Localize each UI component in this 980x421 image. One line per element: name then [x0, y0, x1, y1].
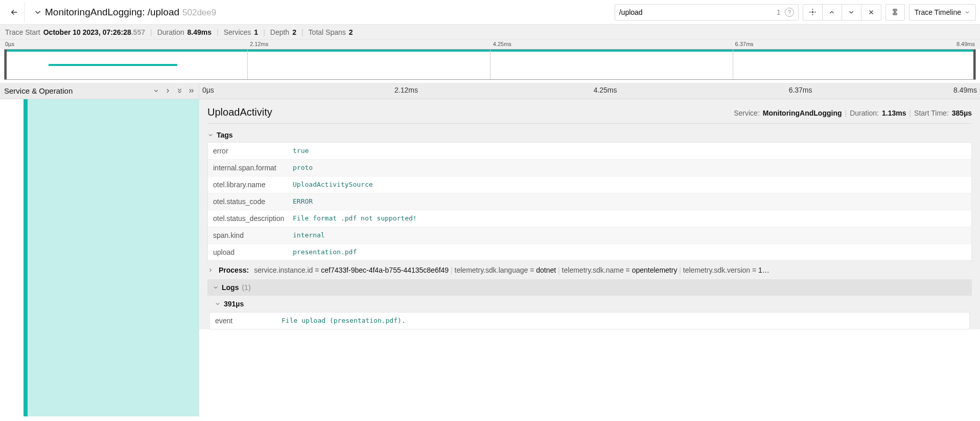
process-kv: telemetry.sdk.language = dotnet [455, 266, 556, 274]
log-value: File upload (presentation.pdf). [282, 317, 406, 325]
trace-id-short: 502dee9 [182, 8, 216, 18]
tags-table: errortrueinternal.span.formatprotootel.l… [207, 142, 972, 261]
svg-point-0 [812, 11, 813, 13]
process-kv: telemetry.sdk.name = opentelemetry [562, 266, 678, 274]
double-chevron-down-icon [176, 87, 183, 94]
chevron-down-icon [153, 87, 159, 94]
collapse-toggle[interactable] [31, 8, 45, 17]
search-input[interactable] [619, 8, 752, 16]
expand-all-button[interactable] [188, 87, 195, 94]
tag-row[interactable]: otel.status_codeERROR [208, 193, 971, 210]
search-count: 1 [777, 8, 781, 16]
back-button[interactable] [4, 2, 25, 23]
arrow-left-icon [10, 8, 19, 17]
crosshair-icon [809, 8, 816, 16]
chevron-down-icon [33, 8, 42, 17]
span-tree[interactable] [0, 99, 199, 416]
span-meta: Service:MonitoringAndLogging | Duration:… [734, 109, 972, 117]
tag-value: UploadActivitySource [293, 181, 373, 189]
collapse-children-button[interactable] [153, 87, 159, 94]
logs-toggle[interactable]: Logs (1) [207, 279, 972, 296]
timeline-ruler: 0µs 2.12ms 4.25ms 6.37ms 8.49ms [199, 83, 980, 99]
keyboard-shortcuts-button[interactable] [885, 4, 905, 20]
view-selector[interactable]: Trace Timeline [909, 4, 976, 20]
tag-value: proto [293, 164, 313, 172]
tag-value: internal [293, 231, 325, 239]
tag-key: otel.library.name [213, 181, 293, 189]
search-nav-group [803, 4, 881, 20]
service-operation-header: Service & Operation [0, 83, 199, 99]
process-row[interactable]: Process: service.instance.id = cef7433f-… [207, 261, 972, 279]
log-table: eventFile upload (presentation.pdf). [209, 312, 970, 329]
double-chevron-right-icon [188, 87, 195, 94]
chevron-down-icon [213, 284, 219, 291]
span-color-bar [24, 99, 28, 416]
minimap[interactable] [4, 49, 976, 80]
chevron-right-icon [165, 87, 171, 94]
trace-summary: Trace Start October 10 2023, 07:26:28.55… [0, 25, 980, 40]
chevron-down-icon [215, 301, 221, 307]
tag-row[interactable]: internal.span.formatproto [208, 160, 971, 176]
minimap-handle-right[interactable] [973, 50, 975, 79]
tag-value: File format .pdf not supported! [293, 214, 417, 223]
log-row[interactable]: eventFile upload (presentation.pdf). [210, 313, 969, 329]
span-operation-name: UploadActivity [207, 106, 272, 118]
selected-span-highlight [28, 99, 199, 416]
tag-key: internal.span.format [213, 164, 293, 172]
span-detail-panel: UploadActivity Service:MonitoringAndLogg… [199, 99, 980, 329]
log-entry-toggle[interactable]: 391µs [207, 296, 972, 312]
command-icon [891, 8, 899, 16]
tag-row[interactable]: otel.status_descriptionFile format .pdf … [208, 210, 971, 227]
next-result-button[interactable] [842, 5, 861, 20]
collapse-all-button[interactable] [176, 87, 183, 94]
minimap-span-child [49, 64, 178, 66]
minimap-ruler: 0µs 2.12ms 4.25ms 6.37ms 8.49ms [0, 40, 980, 49]
tag-row[interactable]: uploadpresentation.pdf [208, 244, 971, 260]
tag-row[interactable]: otel.library.nameUploadActivitySource [208, 176, 971, 193]
tag-row[interactable]: errortrue [208, 143, 971, 160]
clear-search-button[interactable] [861, 5, 881, 20]
tag-row[interactable]: span.kindinternal [208, 227, 971, 244]
close-icon [868, 9, 875, 16]
tag-key: otel.status_code [213, 197, 293, 206]
minimap-handle-left[interactable] [5, 50, 7, 79]
chevron-down-icon [207, 132, 214, 138]
tag-value: ERROR [293, 197, 313, 206]
chevron-down-icon [848, 9, 855, 16]
tag-key: upload [213, 248, 293, 256]
expand-children-button[interactable] [165, 87, 171, 94]
chevron-down-icon [964, 9, 970, 15]
tags-toggle[interactable]: Tags [207, 128, 972, 142]
process-kv: telemetry.sdk.version = 1… [683, 266, 769, 274]
page-title: MonitoringAndLogging: /upload 502dee9 [45, 7, 216, 18]
tag-key: otel.status_description [213, 214, 293, 223]
tag-value: presentation.pdf [293, 248, 357, 256]
process-kv: service.instance.id = cef7433f-9bec-4f4a… [254, 266, 449, 274]
chevron-up-icon [828, 9, 835, 16]
tag-value: true [293, 147, 309, 155]
locate-button[interactable] [803, 5, 823, 20]
search-box[interactable]: 1 ? [615, 4, 799, 20]
log-key: event [215, 317, 282, 325]
tag-key: span.kind [213, 231, 293, 239]
chevron-right-icon [207, 267, 214, 273]
help-icon[interactable]: ? [785, 8, 794, 17]
prev-result-button[interactable] [823, 5, 842, 20]
tag-key: error [213, 147, 293, 155]
